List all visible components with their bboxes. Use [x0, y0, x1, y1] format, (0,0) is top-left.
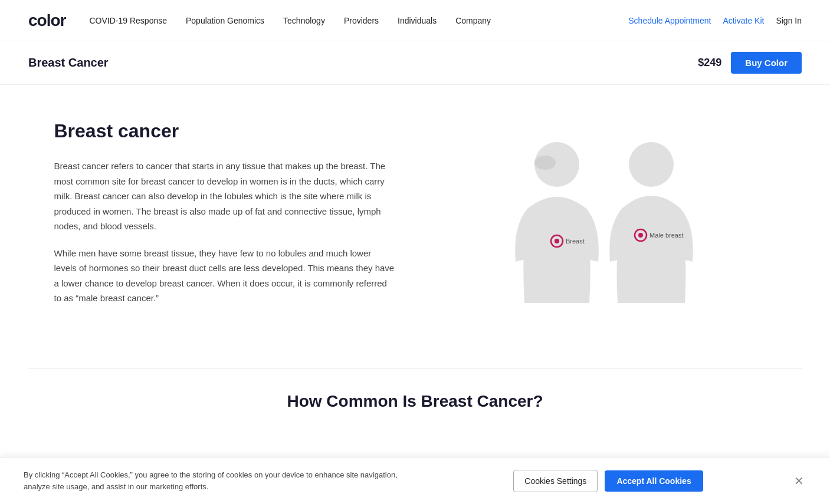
next-section-title: How Common Is Breast Cancer? — [28, 392, 802, 411]
schedule-appointment-link[interactable]: Schedule Appointment — [628, 16, 711, 25]
svg-text:Male breast: Male breast — [649, 232, 683, 239]
section-title: Breast cancer — [54, 120, 396, 142]
svg-text:Breast: Breast — [566, 238, 585, 245]
next-section: How Common Is Breast Cancer? — [0, 368, 830, 411]
svg-point-3 — [555, 239, 559, 243]
content-right: Breast Male breast — [420, 120, 776, 332]
svg-point-1 — [534, 156, 556, 170]
nav-company[interactable]: Company — [455, 16, 491, 25]
section-body: Breast cancer refers to cancer that star… — [54, 159, 396, 306]
nav-covid[interactable]: COVID-19 Response — [89, 16, 167, 25]
main-content: Breast cancer Breast cancer refers to ca… — [26, 85, 805, 332]
sign-in-link[interactable]: Sign In — [776, 16, 802, 25]
nav-technology[interactable]: Technology — [283, 16, 325, 25]
header-actions: Schedule Appointment Activate Kit Sign I… — [628, 16, 802, 25]
nav-population-genomics[interactable]: Population Genomics — [186, 16, 264, 25]
product-title: Breast Cancer — [28, 56, 109, 70]
paragraph-1: Breast cancer refers to cancer that star… — [54, 159, 396, 234]
paragraph-2: While men have some breast tissue, they … — [54, 246, 396, 306]
svg-point-5 — [629, 142, 674, 187]
svg-point-7 — [638, 233, 643, 238]
buy-color-button[interactable]: Buy Color — [731, 52, 802, 74]
product-price: $249 — [698, 57, 721, 69]
content-left: Breast cancer Breast cancer refers to ca… — [54, 120, 396, 318]
logo[interactable]: color — [28, 11, 65, 30]
body-figures: Breast Male breast — [480, 132, 716, 332]
product-bar: Breast Cancer $249 Buy Color — [0, 41, 830, 85]
header: color COVID-19 Response Population Genom… — [0, 0, 830, 41]
nav-providers[interactable]: Providers — [344, 16, 379, 25]
activate-kit-link[interactable]: Activate Kit — [723, 16, 764, 25]
main-nav: COVID-19 Response Population Genomics Te… — [89, 16, 628, 25]
nav-individuals[interactable]: Individuals — [398, 16, 437, 25]
product-price-area: $249 Buy Color — [698, 52, 802, 74]
